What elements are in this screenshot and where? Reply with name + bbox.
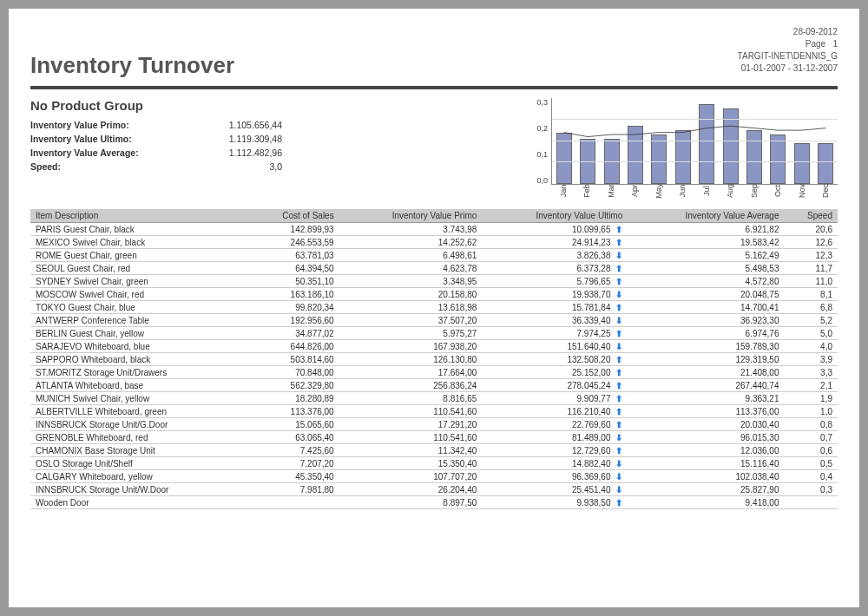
table-row: ATLANTA Whiteboard, base562.329,80256.83… [30, 379, 838, 392]
cell-desc: MEXICO Swivel Chair, black [30, 236, 246, 249]
cell-primo: 107.707,20 [339, 470, 483, 483]
cell-primo: 5.975,27 [339, 327, 483, 340]
cell-speed: 20,6 [785, 223, 838, 236]
table-body: PARIS Guest Chair, black142.899,933.743,… [30, 223, 838, 509]
cell-cost: 50.351,10 [246, 275, 339, 288]
cell-avg: 12.036,00 [628, 444, 784, 457]
cell-avg: 267.440,74 [628, 379, 784, 392]
arrow-up-icon: ⬆ [615, 498, 622, 508]
cell-ultimo: 116.210,40 ⬆ [482, 405, 628, 418]
table-row: SARAJEVO Whiteboard, blue644.826,00167.9… [30, 340, 838, 353]
arrow-down-icon: ⬇ [615, 472, 622, 482]
cell-speed: 1,9 [785, 392, 838, 405]
cell-speed: 0,3 [785, 483, 838, 496]
cell-desc: OSLO Storage Unit/Shelf [30, 457, 246, 470]
cell-cost: 7.425,60 [246, 444, 339, 457]
cell-desc: SAPPORO Whiteboard, black [30, 353, 246, 366]
table-row: OSLO Storage Unit/Shelf7.207,2015.350,40… [30, 457, 838, 470]
table-row: BERLIN Guest Chair, yellow34.877,025.975… [30, 327, 838, 340]
arrow-up-icon: ⬆ [615, 368, 622, 377]
cell-ultimo: 132.508,20 ⬆ [482, 353, 628, 366]
cell-primo: 17.291,20 [339, 418, 483, 431]
cell-cost: 7.981,80 [246, 483, 339, 496]
cell-desc: GRENOBLE Whiteboard, red [30, 431, 246, 444]
x-label: Oct [773, 183, 782, 199]
table-row: CHAMONIX Base Storage Unit7.425,6011.342… [30, 444, 838, 457]
col-desc: Item Description [30, 209, 246, 223]
x-label: Jan [559, 183, 568, 199]
cell-speed: 3,3 [785, 366, 838, 379]
col-speed: Speed [785, 209, 838, 223]
arrow-up-icon: ⬆ [615, 420, 622, 429]
cell-desc: Wooden Door [30, 496, 246, 509]
x-label: Sep [750, 183, 759, 199]
x-label: Jul [702, 183, 711, 199]
table-row: TOKYO Guest Chair, blue99.820,3413.618,9… [30, 301, 838, 314]
table-header-row: Item Description Cost of Sales Inventory… [30, 209, 838, 223]
cell-cost: 142.899,93 [246, 223, 339, 236]
cell-desc: ROME Guest Chair, green [30, 249, 246, 262]
cell-desc: BERLIN Guest Chair, yellow [30, 327, 246, 340]
cell-speed: 2,1 [785, 379, 838, 392]
primo-label: Inventory Value Primo: [30, 120, 178, 130]
arrow-up-icon: ⬆ [615, 407, 622, 416]
cell-ultimo: 10.099,65 ⬆ [482, 223, 628, 236]
cell-avg: 20.048,75 [628, 288, 784, 301]
col-avg: Inventory Value Average [628, 209, 784, 223]
cell-avg: 5.498,53 [628, 262, 784, 275]
title-divider [30, 86, 838, 89]
cell-ultimo: 6.373,28 ⬆ [482, 262, 628, 275]
arrow-up-icon: ⬆ [615, 394, 622, 403]
page-title: Inventory Turnover [30, 52, 838, 79]
cell-cost: 34.877,02 [246, 327, 339, 340]
chart-plot [551, 98, 838, 185]
cell-speed: 8,1 [785, 288, 838, 301]
cell-speed: 0,7 [785, 431, 838, 444]
cell-primo: 6.498,61 [339, 249, 483, 262]
arrow-up-icon: ⬆ [615, 238, 622, 247]
x-label: Mar [607, 183, 615, 199]
cell-ultimo: 5.796,65 ⬆ [482, 275, 628, 288]
arrow-up-icon: ⬆ [615, 277, 622, 286]
cell-speed: 0,6 [785, 444, 838, 457]
cell-ultimo: 24.914,23 ⬆ [482, 236, 628, 249]
arrow-up-icon: ⬆ [615, 303, 622, 312]
cell-avg: 96.015,30 [628, 431, 784, 444]
arrow-up-icon: ⬆ [615, 264, 622, 273]
summary-block: No Product Group Inventory Value Primo:1… [30, 98, 525, 175]
cell-cost: 163.186,10 [246, 288, 339, 301]
table-row: MEXICO Swivel Chair, black246.553,5914.2… [30, 236, 838, 249]
subheader: No Product Group Inventory Value Primo:1… [30, 98, 838, 202]
table-row: CALGARY Whiteboard, yellow45.350,40107.7… [30, 470, 838, 483]
cell-cost: 63.781,03 [246, 249, 339, 262]
arrow-down-icon: ⬇ [615, 290, 622, 299]
col-ultimo: Inventory Value Ultimo [482, 209, 628, 223]
cell-desc: ST.MORITZ Storage Unit/Drawers [30, 366, 246, 379]
arrow-down-icon: ⬇ [615, 433, 622, 442]
cell-ultimo: 9.938,50 ⬆ [482, 496, 628, 509]
cell-speed: 11,0 [785, 275, 838, 288]
cell-ultimo: 151.640,40 ⬇ [482, 340, 628, 353]
cell-cost: 644.826,00 [246, 340, 339, 353]
table-row: SEOUL Guest Chair, red64.394,504.623,786… [30, 262, 838, 275]
meta-page-label: Page [806, 39, 825, 49]
arrow-down-icon: ⬇ [615, 459, 622, 469]
cell-cost: 64.394,50 [246, 262, 339, 275]
arrow-up-icon: ⬆ [615, 381, 622, 390]
arrow-down-icon: ⬇ [615, 342, 622, 351]
cell-primo: 256.836,24 [339, 379, 483, 392]
arrow-down-icon: ⬇ [615, 316, 622, 325]
cell-speed: 0,5 [785, 457, 838, 470]
cell-ultimo: 25.451,40 ⬇ [482, 483, 628, 496]
meta-range: 01-01-2007 - 31-12-2007 [738, 62, 838, 75]
cell-desc: TOKYO Guest Chair, blue [30, 301, 246, 314]
cell-avg: 9.363,21 [628, 392, 784, 405]
cell-desc: MUNICH Swivel Chair, yellow [30, 392, 246, 405]
avg-value: 1.112.482,96 [178, 147, 282, 158]
cell-avg: 102.038,40 [628, 470, 784, 483]
table-row: ANTWERP Conference Table192.956,6037.507… [30, 314, 838, 327]
cell-speed: 4,0 [785, 340, 838, 353]
arrow-down-icon: ⬇ [615, 251, 622, 260]
col-primo: Inventory Value Primo [339, 209, 483, 223]
cell-speed: 5,2 [785, 314, 838, 327]
